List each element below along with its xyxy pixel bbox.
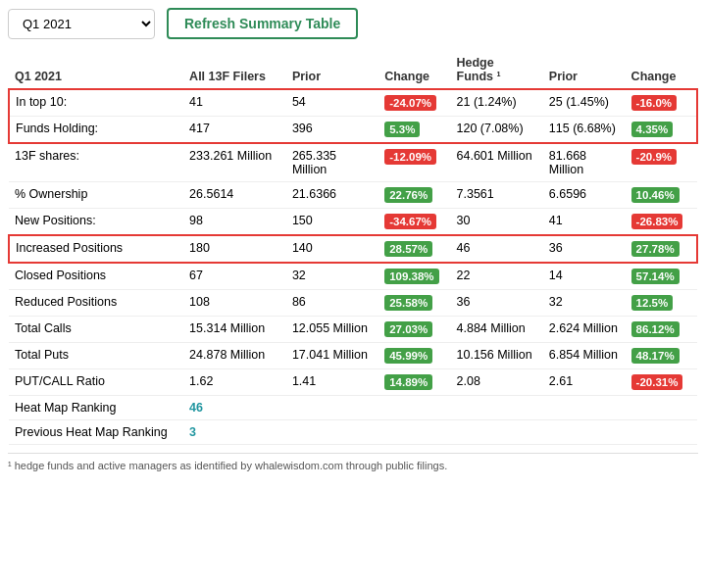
table-row: Heat Map Ranking46 — [9, 396, 697, 420]
change-badge: -12.09% — [384, 149, 436, 165]
top-bar: Q1 2021 Refresh Summary Table — [8, 8, 698, 39]
row-change: 27.03% — [378, 317, 450, 343]
row-all13f: 1.62 — [183, 369, 286, 396]
hchange-badge: 27.78% — [631, 241, 680, 257]
row-change — [378, 396, 450, 420]
row-hprior: 36 — [543, 235, 626, 263]
row-change: 28.57% — [378, 235, 450, 263]
table-row: 13F shares:233.261 Million265.335 Millio… — [9, 143, 697, 182]
row-change: 22.76% — [378, 182, 450, 209]
row-hchange: 27.78% — [626, 235, 697, 263]
table-row: Funds Holding:4173965.3%120 (7.08%)115 (… — [9, 117, 697, 144]
row-hchange: 12.5% — [626, 290, 697, 317]
row-label: PUT/CALL Ratio — [9, 369, 183, 396]
row-hprior: 6.854 Million — [543, 343, 626, 369]
change-badge: 14.89% — [384, 374, 432, 390]
table-header-row: Q1 2021 All 13F Filers Prior Change Hedg… — [9, 51, 697, 89]
row-hedge: 22 — [451, 263, 543, 290]
row-hchange — [626, 420, 697, 445]
row-prior: 21.6366 — [286, 182, 378, 209]
quarter-select[interactable]: Q1 2021 — [8, 9, 155, 39]
refresh-button[interactable]: Refresh Summary Table — [167, 8, 358, 39]
row-hedge: 4.884 Million — [451, 317, 543, 343]
change-badge: 45.99% — [384, 348, 432, 364]
row-label: In top 10: — [9, 89, 183, 117]
row-change: 5.3% — [378, 117, 450, 144]
row-hprior — [543, 396, 626, 420]
row-hprior: 2.61 — [543, 369, 626, 396]
teal-value: 46 — [189, 401, 203, 415]
row-all13f: 15.314 Million — [183, 317, 286, 343]
row-label: % Ownership — [9, 182, 183, 209]
row-all13f: 26.5614 — [183, 182, 286, 209]
header-all13f: All 13F Filers — [183, 51, 286, 89]
row-prior: 12.055 Million — [286, 317, 378, 343]
row-label: 13F shares: — [9, 143, 183, 182]
row-hprior: 32 — [543, 290, 626, 317]
change-badge: 109.38% — [384, 269, 438, 284]
change-badge: 27.03% — [384, 321, 432, 337]
row-hedge: 2.08 — [451, 369, 543, 396]
row-hchange: -26.83% — [626, 209, 697, 236]
hchange-badge: 4.35% — [631, 122, 674, 137]
row-change: -24.07% — [378, 89, 450, 117]
row-all13f: 67 — [183, 263, 286, 290]
row-change: 109.38% — [378, 263, 450, 290]
hchange-badge: 10.46% — [631, 187, 680, 203]
header-quarter: Q1 2021 — [9, 51, 183, 89]
row-hprior: 41 — [543, 209, 626, 236]
row-label: Funds Holding: — [9, 117, 183, 144]
hchange-badge: -20.9% — [631, 149, 677, 165]
header-prior: Prior — [286, 51, 378, 89]
row-change: -34.67% — [378, 209, 450, 236]
row-prior: 86 — [286, 290, 378, 317]
row-prior: 396 — [286, 117, 378, 144]
row-hprior: 6.6596 — [543, 182, 626, 209]
row-hprior: 25 (1.45%) — [543, 89, 626, 117]
row-label: Heat Map Ranking — [9, 396, 183, 420]
row-hchange: 10.46% — [626, 182, 697, 209]
row-label: Closed Positions — [9, 263, 183, 290]
row-hedge — [451, 420, 543, 445]
row-hedge: 46 — [451, 235, 543, 263]
row-label: Previous Heat Map Ranking — [9, 420, 183, 445]
change-badge: -34.67% — [384, 214, 436, 229]
teal-value: 3 — [189, 425, 196, 439]
row-all13f: 417 — [183, 117, 286, 144]
row-prior: 265.335 Million — [286, 143, 378, 182]
row-all13f: 180 — [183, 235, 286, 263]
row-prior: 54 — [286, 89, 378, 117]
row-hedge: 7.3561 — [451, 182, 543, 209]
row-label: Total Puts — [9, 343, 183, 369]
row-hedge: 36 — [451, 290, 543, 317]
row-label: New Positions: — [9, 209, 183, 236]
change-badge: 25.58% — [384, 295, 432, 311]
header-hchange: Change — [626, 51, 697, 89]
table-row: Increased Positions18014028.57%463627.78… — [9, 235, 697, 263]
row-label: Reduced Positions — [9, 290, 183, 317]
row-hprior: 2.624 Million — [543, 317, 626, 343]
row-all13f: 108 — [183, 290, 286, 317]
table-row: New Positions:98150-34.67%3041-26.83% — [9, 209, 697, 236]
header-hprior: Prior — [543, 51, 626, 89]
hchange-badge: 86.12% — [631, 321, 680, 337]
row-all13f: 46 — [183, 396, 286, 420]
row-hprior: 81.668 Million — [543, 143, 626, 182]
row-all13f: 24.878 Million — [183, 343, 286, 369]
footnote: ¹ hedge funds and active managers as ide… — [8, 453, 698, 471]
row-hchange: -16.0% — [626, 89, 697, 117]
change-badge: 22.76% — [384, 187, 432, 203]
row-prior: 140 — [286, 235, 378, 263]
row-hprior: 14 — [543, 263, 626, 290]
row-prior: 17.041 Million — [286, 343, 378, 369]
row-hedge: 21 (1.24%) — [451, 89, 543, 117]
change-badge: -24.07% — [384, 95, 436, 111]
row-hedge: 64.601 Million — [451, 143, 543, 182]
row-label: Increased Positions — [9, 235, 183, 263]
row-prior: 1.41 — [286, 369, 378, 396]
row-hchange: 48.17% — [626, 343, 697, 369]
table-row: Total Puts24.878 Million17.041 Million45… — [9, 343, 697, 369]
hchange-badge: 48.17% — [631, 348, 680, 364]
row-change: -12.09% — [378, 143, 450, 182]
hchange-badge: -20.31% — [631, 374, 683, 390]
